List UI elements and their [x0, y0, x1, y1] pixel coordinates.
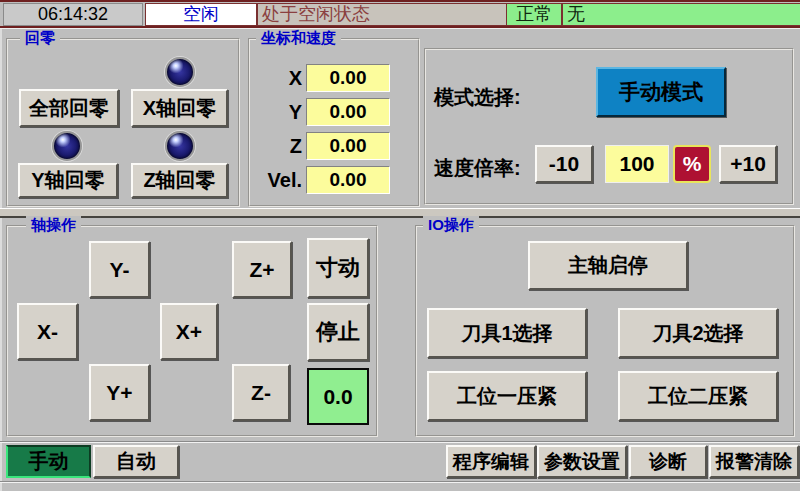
percent-sign-badge: %	[673, 145, 711, 183]
stop-button[interactable]: 停止	[307, 303, 369, 361]
mode-select-button[interactable]: 手动模式	[596, 67, 726, 117]
tool2-select-button[interactable]: 刀具2选择	[618, 308, 778, 358]
topbar-highlight-line	[0, 28, 800, 29]
axis-ops-group-title: 轴操作	[26, 216, 81, 234]
y-coord-label: Y	[250, 101, 302, 124]
manual-mode-tab[interactable]: 手动	[6, 445, 91, 478]
z-coord-value: 0.00	[306, 132, 390, 160]
x-coord-label: X	[250, 67, 302, 90]
vel-value: 0.00	[306, 166, 390, 194]
station1-clamp-button[interactable]: 工位一压紧	[427, 371, 587, 421]
diagnosis-button[interactable]: 诊断	[629, 445, 707, 478]
alarm-status-display: 正常	[506, 3, 562, 26]
jog-x-minus-button[interactable]: X-	[17, 303, 78, 360]
home-all-button[interactable]: 全部回零	[19, 89, 119, 127]
x-axis-homed-led-icon	[165, 57, 195, 87]
homing-group-title: 回零	[20, 29, 60, 47]
jog-x-plus-button[interactable]: X+	[160, 303, 218, 360]
spindle-start-stop-button[interactable]: 主轴启停	[528, 241, 688, 290]
override-minus-button[interactable]: -10	[535, 145, 593, 183]
alarm-clear-button[interactable]: 报警清除	[709, 445, 799, 478]
tool1-select-button[interactable]: 刀具1选择	[427, 308, 587, 358]
override-value-display: 100	[605, 145, 669, 183]
window-frame-left	[0, 29, 2, 491]
auto-mode-tab[interactable]: 自动	[93, 445, 179, 478]
vel-label: Vel.	[250, 169, 302, 192]
param-settings-button[interactable]: 参数设置	[537, 445, 627, 478]
hmi-screen: 06:14:32 空闲 处于空闲状态 正常 无 回零 全部回零 X轴回零 Y轴回…	[0, 0, 800, 491]
io-ops-group-title: IO操作	[423, 216, 479, 234]
z-axis-homed-led-icon	[165, 131, 195, 161]
jog-y-plus-button[interactable]: Y+	[89, 364, 150, 421]
top-status-bar: 06:14:32 空闲 处于空闲状态 正常 无	[0, 0, 800, 28]
z-coord-label: Z	[250, 135, 302, 158]
jog-step-value-box[interactable]: 0.0	[307, 368, 369, 425]
state-detail-display: 处于空闲状态	[257, 3, 510, 26]
jog-z-plus-button[interactable]: Z+	[232, 241, 292, 298]
machine-state-display: 空闲	[145, 3, 257, 26]
speed-override-label: 速度倍率:	[434, 155, 521, 182]
station2-clamp-button[interactable]: 工位二压紧	[618, 371, 778, 421]
horizontal-separator	[0, 208, 800, 218]
mode-select-label: 模式选择:	[434, 84, 521, 111]
jog-z-minus-button[interactable]: Z-	[232, 364, 290, 421]
program-edit-button[interactable]: 程序编辑	[446, 445, 536, 478]
home-y-button[interactable]: Y轴回零	[18, 163, 118, 198]
jog-y-minus-button[interactable]: Y-	[89, 241, 150, 298]
bottom-separator-bottom	[0, 481, 800, 483]
coords-group-title: 坐标和速度	[256, 29, 341, 47]
clock-display: 06:14:32	[3, 3, 143, 26]
x-coord-value: 0.00	[306, 64, 390, 92]
y-coord-value: 0.00	[306, 98, 390, 126]
bottom-separator-top	[0, 441, 800, 443]
alarm-message-display: 无	[562, 3, 800, 26]
override-plus-button[interactable]: +10	[719, 145, 777, 183]
y-axis-homed-led-icon	[52, 131, 82, 161]
jog-mode-button[interactable]: 寸动	[307, 238, 369, 298]
home-z-button[interactable]: Z轴回零	[131, 163, 228, 198]
home-x-button[interactable]: X轴回零	[131, 89, 228, 127]
